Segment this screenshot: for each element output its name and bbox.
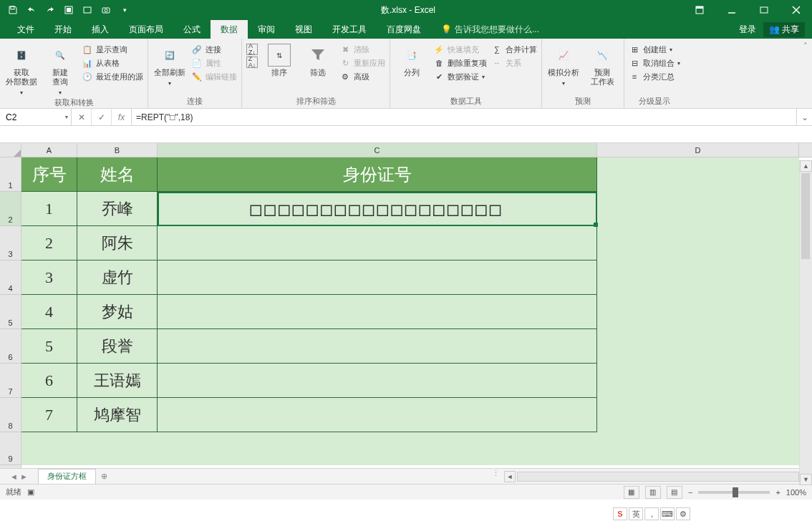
scroll-thumb[interactable] <box>801 173 810 259</box>
cell-B6[interactable]: 段誉 <box>77 329 158 364</box>
chevron-down-icon[interactable]: ▾ <box>65 114 68 120</box>
tab-dev[interactable]: 开发工具 <box>322 20 377 39</box>
ime-logo-icon[interactable]: S <box>613 507 627 520</box>
macro-record-icon[interactable]: ▣ <box>27 487 34 497</box>
ungroup-button[interactable]: ⊟取消组合 ▾ <box>629 57 680 69</box>
cell-B2[interactable]: 乔峰 <box>77 192 158 226</box>
cell-A1[interactable]: 序号 <box>21 157 77 192</box>
ime-punct-icon[interactable]: ， <box>644 507 659 520</box>
col-header-B[interactable]: B <box>77 143 158 157</box>
cell-B5[interactable]: 梦姑 <box>77 295 158 329</box>
cell-C2[interactable]: □□□□□□□□□□□□□□□□□□ <box>158 192 597 226</box>
cancel-formula-icon[interactable]: ✕ <box>72 109 92 125</box>
tab-data[interactable]: 数据 <box>211 20 248 39</box>
tab-baidu[interactable]: 百度网盘 <box>377 20 431 39</box>
reapply-button[interactable]: ↻重新应用 <box>339 57 385 69</box>
cell-A8[interactable]: 7 <box>21 398 77 432</box>
properties-button[interactable]: 📄属性 <box>191 57 237 69</box>
filter-button[interactable]: 筛选 <box>301 41 335 77</box>
cell-C3[interactable] <box>158 226 597 260</box>
select-all-corner[interactable] <box>0 143 21 157</box>
cell-C9[interactable] <box>158 432 597 465</box>
ime-bar[interactable]: S 英 ， ⌨ ⚙ <box>613 507 690 520</box>
show-queries-button[interactable]: 📋显示查询 <box>82 44 143 55</box>
cell-A4[interactable]: 3 <box>21 260 77 295</box>
clear-filter-button[interactable]: ✖清除 <box>339 44 385 55</box>
cell-C1[interactable]: 身份证号 <box>158 157 597 192</box>
cell-D5[interactable] <box>597 295 799 329</box>
cell-A9[interactable] <box>21 432 77 465</box>
row-header-4[interactable]: 4 <box>0 260 21 295</box>
col-header-A[interactable]: A <box>21 143 77 157</box>
recent-sources-button[interactable]: 🕑最近使用的源 <box>82 71 143 82</box>
scroll-left-icon[interactable]: ◄ <box>504 471 516 482</box>
cell-A5[interactable]: 4 <box>21 295 77 329</box>
normal-view-icon[interactable]: ▦ <box>624 486 639 499</box>
tab-formulas[interactable]: 公式 <box>173 20 211 39</box>
name-box[interactable]: C2▾ <box>0 109 72 125</box>
cell-B3[interactable]: 阿朱 <box>77 226 158 260</box>
minimize-icon[interactable] <box>715 0 748 20</box>
flash-fill-button[interactable]: ⚡快速填充 <box>433 44 487 55</box>
redo-icon[interactable] <box>42 1 59 19</box>
fx-icon[interactable]: fx <box>112 109 132 125</box>
remove-dups-button[interactable]: 🗑删除重复项 <box>433 57 487 69</box>
cell-A6[interactable]: 5 <box>21 329 77 364</box>
cell-B7[interactable]: 王语嫣 <box>77 364 158 398</box>
consolidate-button[interactable]: ∑合并计算 <box>491 44 537 55</box>
cell-C4[interactable] <box>158 260 597 295</box>
scroll-up-icon[interactable]: ▲ <box>800 160 812 172</box>
scroll-down-icon[interactable]: ▼ <box>800 474 812 485</box>
page-layout-view-icon[interactable]: ▥ <box>645 486 661 499</box>
relationships-button[interactable]: ↔关系 <box>491 57 537 69</box>
row-header-1[interactable]: 1 <box>0 157 21 192</box>
accept-formula-icon[interactable]: ✓ <box>92 109 112 125</box>
sort-button[interactable]: ⇅排序 <box>262 41 296 77</box>
collapse-ribbon-icon[interactable]: ˄ <box>803 42 808 51</box>
vertical-scrollbar[interactable]: ▲ ▼ <box>799 160 812 485</box>
cell-B4[interactable]: 虚竹 <box>77 260 158 295</box>
tab-review[interactable]: 审阅 <box>248 20 285 39</box>
cell-D6[interactable] <box>597 329 799 364</box>
group-button[interactable]: ⊞创建组 ▾ <box>629 44 680 55</box>
cell-B8[interactable]: 鸠摩智 <box>77 398 158 432</box>
cell-D9[interactable] <box>597 432 799 465</box>
ime-keyboard-icon[interactable]: ⌨ <box>660 507 675 520</box>
edit-links-button[interactable]: ✏️编辑链接 <box>191 71 237 82</box>
tab-home[interactable]: 开始 <box>44 20 82 39</box>
zoom-in-icon[interactable]: + <box>775 488 780 497</box>
cell-D8[interactable] <box>597 398 799 432</box>
cell-A3[interactable]: 2 <box>21 226 77 260</box>
data-validation-button[interactable]: ✔数据验证 ▾ <box>433 71 487 82</box>
cell-D4[interactable] <box>597 260 799 295</box>
save-icon[interactable] <box>4 1 21 19</box>
tell-me[interactable]: 💡告诉我您想要做什么... <box>431 20 539 39</box>
tab-insert[interactable]: 插入 <box>82 20 119 39</box>
horizontal-scrollbar[interactable]: ◄ ► <box>504 469 812 484</box>
row-header-5[interactable]: 5 <box>0 295 21 329</box>
cell-D7[interactable] <box>597 364 799 398</box>
sort-desc-button[interactable]: ZA↓ <box>246 57 258 68</box>
forecast-sheet-button[interactable]: 📉预测 工作表 <box>585 41 619 87</box>
cell-B9[interactable] <box>77 432 158 465</box>
row-header-7[interactable]: 7 <box>0 364 21 398</box>
formula-input[interactable]: =REPT("□",18) <box>132 109 796 125</box>
what-if-button[interactable]: 📈模拟分析▾ <box>546 41 581 88</box>
cell-C5[interactable] <box>158 295 597 329</box>
refresh-all-button[interactable]: 🔄全部刷新▾ <box>153 41 187 88</box>
zoom-out-icon[interactable]: − <box>688 488 692 497</box>
cell-D3[interactable] <box>597 226 799 260</box>
col-header-C[interactable]: C <box>158 143 597 157</box>
row-header-8[interactable]: 8 <box>0 398 21 432</box>
qat-more-icon[interactable]: ▾ <box>116 1 133 19</box>
new-query-button[interactable]: 🔍新建 查询▾ <box>43 41 77 97</box>
page-break-view-icon[interactable]: ▤ <box>667 486 682 499</box>
cell-C6[interactable] <box>158 329 597 364</box>
close-icon[interactable] <box>780 0 812 20</box>
tab-file[interactable]: 文件 <box>7 20 44 39</box>
row-header-2[interactable]: 2 <box>0 192 21 226</box>
ribbon-display-icon[interactable] <box>683 0 715 20</box>
sheet-nav[interactable]: ◄ ► <box>0 469 38 484</box>
cell-C8[interactable] <box>158 398 597 432</box>
sheet-tab-active[interactable]: 身份证方框 <box>38 469 96 484</box>
